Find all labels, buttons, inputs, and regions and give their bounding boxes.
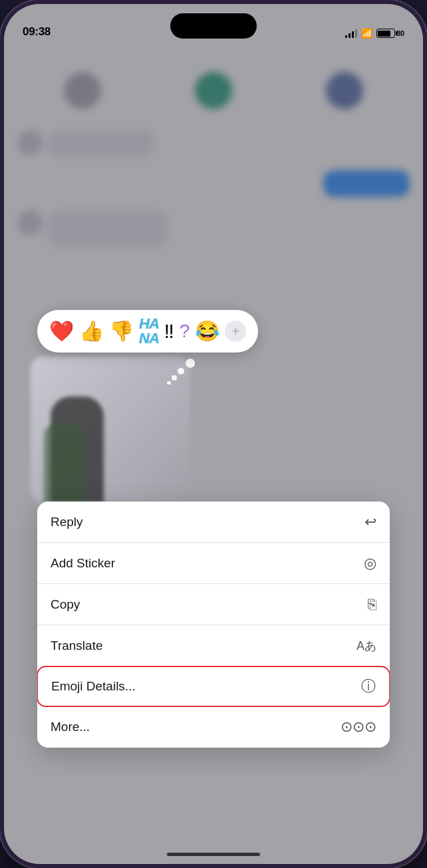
wifi-icon: 📶 bbox=[361, 28, 372, 39]
menu-item-reply[interactable]: Reply ↩ bbox=[37, 502, 390, 543]
more-label: More... bbox=[51, 720, 90, 734]
emoji-heart[interactable]: ❤️ bbox=[49, 321, 74, 341]
copy-icon: ⎘ bbox=[368, 596, 376, 613]
svg-point-0 bbox=[186, 359, 195, 368]
context-menu: Reply ↩ Add Sticker ◎ Copy ⎘ Translate A… bbox=[37, 502, 390, 748]
status-icons: 📶 80 bbox=[345, 28, 404, 39]
emoji-haha[interactable]: HANA bbox=[139, 317, 159, 346]
menu-item-emoji-details[interactable]: Emoji Details... ⓘ bbox=[37, 666, 390, 707]
thought-bubble-svg bbox=[164, 358, 197, 384]
signal-icon bbox=[345, 29, 357, 38]
svg-point-2 bbox=[172, 375, 177, 380]
menu-item-translate[interactable]: Translate Aあ bbox=[37, 625, 390, 666]
emoji-details-icon: ⓘ bbox=[361, 676, 376, 696]
emoji-details-label: Emoji Details... bbox=[51, 679, 136, 694]
status-time: 09:38 bbox=[23, 25, 51, 39]
phone-frame: 09:38 📶 80 bbox=[0, 0, 427, 868]
screen: 09:38 📶 80 bbox=[4, 4, 423, 864]
translate-label: Translate bbox=[51, 639, 103, 653]
emoji-question[interactable]: ? bbox=[180, 322, 190, 341]
add-sticker-icon: ◎ bbox=[364, 555, 376, 572]
menu-item-copy[interactable]: Copy ⎘ bbox=[37, 584, 390, 625]
battery-icon: 80 bbox=[376, 29, 404, 38]
home-indicator bbox=[167, 853, 260, 856]
emoji-add-button[interactable]: + bbox=[225, 321, 246, 342]
menu-item-add-sticker[interactable]: Add Sticker ◎ bbox=[37, 543, 390, 584]
emoji-laughcry[interactable]: 😂 bbox=[195, 321, 219, 341]
thought-stem bbox=[164, 358, 197, 387]
emoji-thumbsup[interactable]: 👍 bbox=[79, 321, 104, 341]
translate-icon: Aあ bbox=[356, 638, 376, 654]
menu-item-more[interactable]: More... ⊙⊙⊙ bbox=[37, 706, 390, 748]
emoji-reaction-bar[interactable]: ❤️ 👍 👎 HANA ‼️ ? 😂 + bbox=[37, 310, 258, 353]
add-sticker-label: Add Sticker bbox=[51, 556, 115, 571]
reply-label: Reply bbox=[51, 515, 83, 529]
more-icon: ⊙⊙⊙ bbox=[341, 718, 376, 736]
emoji-thumbsdown[interactable]: 👎 bbox=[109, 321, 134, 341]
battery-percent: 80 bbox=[396, 29, 404, 37]
reply-icon: ↩ bbox=[364, 513, 376, 531]
copy-label: Copy bbox=[51, 597, 80, 612]
dynamic-island bbox=[170, 13, 257, 39]
emoji-exclamation[interactable]: ‼️ bbox=[164, 321, 174, 341]
svg-point-1 bbox=[178, 368, 184, 374]
svg-point-3 bbox=[167, 381, 171, 384]
